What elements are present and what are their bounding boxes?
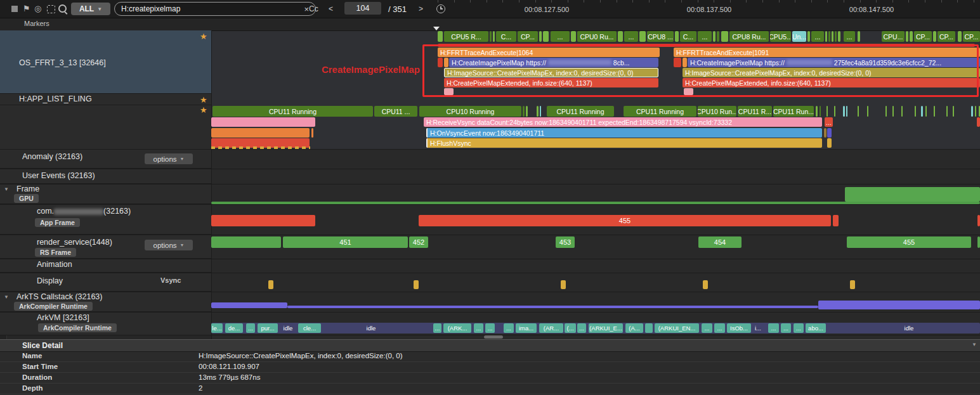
arkvm-slice[interactable]: abo... (806, 323, 826, 333)
track-row-arkts-callstack[interactable]: ▼ ArkTS Callstack (32163) ArkCompiler Ru… (0, 292, 211, 312)
arkvm-slice[interactable]: (ARK... (443, 323, 471, 333)
track-row-render-service[interactable]: render_service(1448) options▼ RS Frame (0, 235, 211, 259)
track-row-frame[interactable]: ▼ Frame GPU (0, 184, 211, 204)
cpu_top-slice[interactable] (438, 31, 443, 42)
cpu_top-slice[interactable]: ... (624, 31, 638, 42)
app_frame-slice[interactable]: 455 (419, 215, 831, 226)
cpu_top-slice[interactable] (933, 31, 936, 42)
ffrt_l1-slice[interactable]: H:FFRTTraceAndExecute|1064 (438, 48, 660, 57)
arkvm-slice[interactable]: ima... (516, 323, 537, 333)
collapse-icon[interactable]: ▼ (972, 342, 977, 347)
app_frame-slice[interactable] (833, 215, 839, 226)
arkvm_bg-slice[interactable]: i... (750, 323, 766, 333)
fling_cpu-slice[interactable] (843, 106, 845, 117)
fling_cpu-slice[interactable] (834, 106, 835, 117)
fling_l1-slice[interactable] (211, 117, 315, 127)
cpu_top-slice[interactable] (490, 31, 492, 42)
fling_cpu-slice[interactable] (846, 106, 847, 117)
cpu_top-slice[interactable]: CP... (938, 31, 955, 42)
slice-detail-header[interactable]: Slice Detail ▼ (0, 339, 980, 352)
cpu_top-slice[interactable] (675, 31, 679, 42)
arkvm-slice[interactable]: (ARKUI_EN... (655, 323, 699, 333)
fling_l3-slice[interactable]: H:FlushVsync (426, 138, 822, 148)
track-row-animation[interactable]: Animation (0, 259, 211, 273)
vsync-slice[interactable] (268, 280, 273, 289)
timeline-cursor-marker[interactable] (433, 27, 440, 30)
fling_cpu-slice[interactable] (971, 106, 973, 117)
ffrt_l5-slice[interactable] (684, 88, 693, 95)
cpu_top-slice[interactable]: CPU8 Ru... (729, 31, 769, 42)
vsync-slice[interactable] (703, 280, 708, 289)
arkvm_bg-slice[interactable]: idle (352, 323, 390, 333)
cpu_top-slice[interactable] (807, 31, 810, 42)
gpu-slice[interactable] (845, 187, 980, 202)
fling_cpu-slice[interactable]: CPU11 Run... (773, 106, 814, 117)
cpu_top-slice[interactable]: ... (844, 31, 855, 42)
panel-drag-handle[interactable] (484, 335, 503, 339)
fling_cpu-slice[interactable]: CPU11 Running (624, 106, 696, 117)
fling_cpu-slice[interactable]: CPU11 Running (547, 106, 614, 117)
arkvm-slice[interactable]: ... (433, 323, 441, 333)
fling_cpu-slice[interactable] (867, 106, 868, 117)
render-service-options-button[interactable]: options▼ (145, 240, 193, 250)
ffrt_l2-slice[interactable] (438, 58, 443, 67)
favorite-star-icon[interactable]: ★ (200, 105, 207, 115)
cpu_top-slice[interactable] (838, 31, 840, 42)
match-case-toggle[interactable]: Cc (309, 4, 318, 13)
fling_cpu-slice[interactable] (816, 106, 818, 117)
fling_l1-slice[interactable] (977, 117, 980, 127)
collapse-icon[interactable]: ▼ (4, 186, 9, 192)
fling_cpu-slice[interactable] (925, 106, 927, 117)
rs_frame-slice[interactable]: 455 (847, 236, 971, 248)
cpu_top-slice[interactable] (493, 31, 495, 42)
app_frame-slice[interactable] (211, 215, 315, 226)
track-row-os-ffrt[interactable]: OS_FFRT_3_13 [32646] (0, 30, 211, 94)
search-input[interactable]: H:createpixelmap × (114, 2, 316, 16)
rs_frame-slice[interactable] (977, 236, 980, 248)
match-index-input[interactable]: 104 (344, 2, 381, 15)
arkvm-slice[interactable]: ... (768, 323, 779, 333)
arkvm-slice[interactable]: le... (211, 323, 223, 333)
arkvm-slice[interactable]: ... (577, 323, 586, 333)
fling_cpu-slice[interactable] (901, 106, 903, 117)
cpu_top-slice[interactable] (721, 31, 728, 42)
cpu_top-slice[interactable] (958, 31, 962, 42)
cpu_top-slice[interactable]: CP... (518, 31, 538, 42)
arkvm-slice[interactable]: ... (474, 323, 483, 333)
fling_cpu-slice[interactable] (858, 106, 859, 117)
fling_l2-slice[interactable] (824, 128, 826, 138)
arkts-slice[interactable] (211, 302, 287, 308)
ffrt_l5-slice[interactable] (444, 88, 454, 95)
track-row-fling-content[interactable] (0, 105, 211, 149)
arkvm-slice[interactable]: cle... (298, 323, 321, 333)
cpu_top-slice[interactable]: CP... (914, 31, 932, 42)
ffrt_l2-slice[interactable] (444, 58, 448, 67)
cpu_top-slice[interactable]: ... (811, 31, 824, 42)
ffrt_l4-slice[interactable]: H:CreatePixelMapExtended, info.size:(640… (683, 78, 980, 87)
fling_cpu-slice[interactable] (921, 106, 923, 117)
vsync-slice[interactable] (850, 280, 855, 289)
fling_l1-slice[interactable]: ... (825, 117, 833, 127)
fling_cpu-slice[interactable] (885, 106, 887, 117)
anomaly-options-button[interactable]: options▼ (145, 153, 193, 164)
favorite-star-icon[interactable]: ★ (200, 95, 207, 105)
fling_l2-slice[interactable]: H:OnVsyncEvent now:1863490401711 (426, 128, 822, 138)
fling_cpu-slice[interactable] (975, 106, 976, 117)
track-row-display[interactable]: Display Vsync (0, 273, 211, 292)
arkvm-slice[interactable]: IsOb... (727, 323, 751, 333)
fling_l2-slice[interactable] (827, 128, 832, 138)
cpu_top-slice[interactable] (639, 31, 646, 42)
arkts-slice[interactable] (818, 301, 980, 309)
cpu_top-slice[interactable] (835, 31, 837, 42)
fling_cpu-slice[interactable] (826, 106, 828, 117)
fling_cpu-slice[interactable] (526, 106, 528, 117)
arkvm_bg-slice[interactable]: idle (890, 323, 928, 333)
fling_cpu-slice[interactable]: CPU10 Run... (698, 106, 736, 117)
fling_cpu-slice[interactable] (537, 106, 539, 117)
cpu_top-slice[interactable]: CPU0 Ru... (577, 31, 617, 42)
cpu_top-slice[interactable] (539, 31, 542, 42)
ffrt_l3-slice[interactable]: H:ImageSource::CreatePixelMapEx, index:0… (444, 68, 658, 77)
cpu_top-slice[interactable] (717, 31, 719, 42)
fling_cpu-slice[interactable] (934, 106, 935, 117)
cpu_top-slice[interactable]: Un... (792, 31, 806, 42)
